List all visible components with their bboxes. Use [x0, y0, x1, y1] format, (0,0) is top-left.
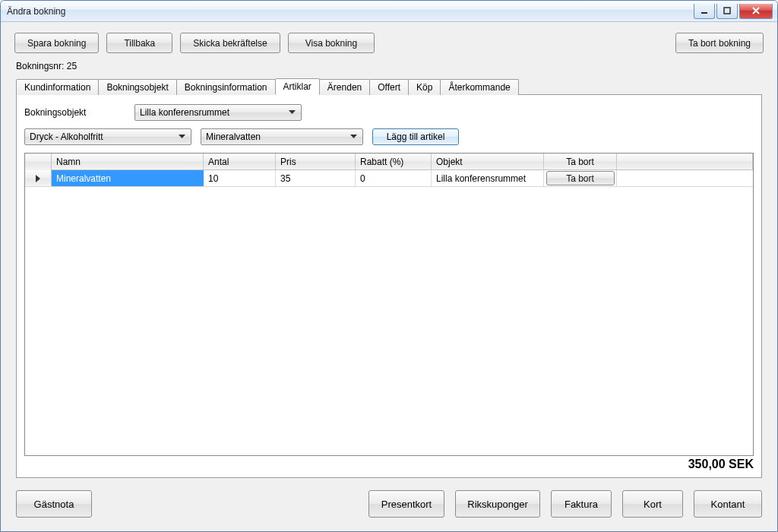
- cell-antal[interactable]: 10: [204, 170, 276, 186]
- rikskuponger-button[interactable]: Rikskuponger: [455, 490, 540, 518]
- chevron-down-icon: [176, 135, 188, 139]
- add-article-button[interactable]: Lägg till artikel: [372, 128, 459, 145]
- col-filler: [617, 154, 753, 170]
- article-row: Dryck - Alkoholfritt Mineralvatten Lägg …: [24, 128, 754, 145]
- grid-header: Namn Antal Pris Rabatt (%) Objekt Ta bor…: [25, 154, 753, 170]
- faktura-button[interactable]: Faktura: [551, 490, 612, 518]
- cell-filler: [617, 170, 753, 186]
- tab-kundinformation[interactable]: Kundinformation: [16, 79, 99, 95]
- save-button[interactable]: Spara bokning: [14, 33, 99, 53]
- cell-tabort: Ta bort: [544, 170, 617, 186]
- col-pris[interactable]: Pris: [276, 154, 356, 170]
- tabstrip: Kundinformation Bokningsobjekt Bokningsi…: [1, 78, 777, 94]
- kontant-button[interactable]: Kontant: [694, 490, 762, 518]
- objekt-select[interactable]: Lilla konferensrummet: [134, 104, 302, 121]
- toolbar: Spara bokning Tillbaka Skicka bekräftels…: [1, 22, 777, 58]
- tab-body: Bokningsobjekt Lilla konferensrummet Dry…: [16, 94, 762, 478]
- col-namn[interactable]: Namn: [52, 154, 204, 170]
- minimize-button[interactable]: [694, 4, 715, 19]
- send-confirmation-button[interactable]: Skicka bekräftelse: [180, 33, 280, 53]
- tab-kop[interactable]: Köp: [408, 79, 441, 95]
- cell-rabatt[interactable]: 0: [356, 170, 432, 186]
- booking-number-label: Bokningsnr: 25: [1, 58, 777, 78]
- presentkort-button[interactable]: Presentkort: [368, 490, 444, 518]
- close-button[interactable]: [739, 4, 773, 19]
- back-button[interactable]: Tillbaka: [106, 33, 172, 53]
- delete-booking-button[interactable]: Ta bort bokning: [675, 33, 764, 53]
- chevron-down-icon: [348, 135, 359, 139]
- tab-bokningsobjekt[interactable]: Bokningsobjekt: [98, 79, 176, 95]
- maximize-button[interactable]: [716, 4, 738, 19]
- window: Ändra bokning Spara bokning Tillbaka Ski…: [0, 0, 778, 532]
- bottom-bar: Gästnota Presentkort Rikskuponger Faktur…: [1, 484, 777, 531]
- article-grid: Namn Antal Pris Rabatt (%) Objekt Ta bor…: [24, 153, 754, 456]
- chevron-down-icon: [286, 110, 298, 115]
- cell-pris[interactable]: 35: [276, 170, 356, 186]
- category-select[interactable]: Dryck - Alkoholfritt: [24, 128, 191, 145]
- objekt-label: Bokningsobjekt: [24, 107, 127, 118]
- col-objekt[interactable]: Objekt: [432, 154, 544, 170]
- objekt-select-value: Lilla konferensrummet: [140, 107, 229, 118]
- show-booking-button[interactable]: Visa bokning: [288, 33, 375, 53]
- row-delete-button[interactable]: Ta bort: [546, 171, 615, 185]
- tab-arenden[interactable]: Ärenden: [319, 79, 370, 95]
- kort-button[interactable]: Kort: [622, 490, 683, 518]
- window-title: Ändra bokning: [1, 6, 65, 17]
- gastnota-button[interactable]: Gästnota: [16, 490, 92, 518]
- titlebar: Ändra bokning: [1, 1, 777, 22]
- row-arrow-icon: [35, 175, 41, 182]
- grid-body: Mineralvatten 10 35 0 Lilla konferensrum…: [25, 170, 753, 455]
- tab-bokningsinformation[interactable]: Bokningsinformation: [176, 79, 276, 95]
- tab-aterkommande[interactable]: Återkommande: [440, 79, 518, 95]
- category-select-value: Dryck - Alkoholfritt: [30, 131, 103, 142]
- total-label: 350,00 SEK: [24, 456, 754, 474]
- cell-objekt[interactable]: Lilla konferensrummet: [432, 170, 544, 186]
- col-tabort[interactable]: Ta bort: [544, 154, 617, 170]
- col-rabatt[interactable]: Rabatt (%): [356, 154, 432, 170]
- tab-offert[interactable]: Offert: [369, 79, 409, 95]
- row-indicator: [25, 170, 52, 186]
- grid-corner: [25, 154, 52, 170]
- item-select[interactable]: Mineralvatten: [201, 128, 363, 145]
- col-antal[interactable]: Antal: [204, 154, 276, 170]
- svg-rect-1: [724, 8, 730, 14]
- tab-artiklar[interactable]: Artiklar: [275, 78, 320, 95]
- cell-namn[interactable]: Mineralvatten: [52, 170, 204, 186]
- objekt-row: Bokningsobjekt Lilla konferensrummet: [24, 104, 754, 121]
- item-select-value: Mineralvatten: [206, 131, 261, 142]
- table-row[interactable]: Mineralvatten 10 35 0 Lilla konferensrum…: [25, 170, 753, 187]
